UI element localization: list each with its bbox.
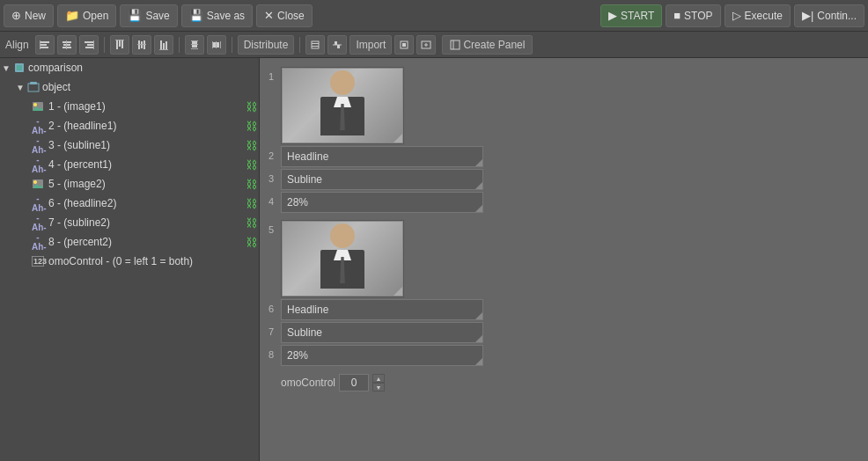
distribute-label: Distribute xyxy=(244,39,289,51)
tree-item-omocontrol[interactable]: 123 omoControl - (0 = left 1 = both) xyxy=(0,252,259,271)
omo-control: omoControl ▲ ▼ xyxy=(281,371,385,394)
import-extra-btn2[interactable] xyxy=(416,35,436,55)
new-button[interactable]: ⊕ New xyxy=(4,4,54,27)
diagonal-corner-2 xyxy=(394,287,402,296)
tree-item-subline1[interactable]: -Ah- 3 - (subline1) ⛓ xyxy=(0,135,259,155)
tree-icon-object xyxy=(27,81,40,93)
canvas-row-1: 1 xyxy=(268,67,859,144)
svg-rect-31 xyxy=(220,41,221,48)
align-bottom-button[interactable] xyxy=(154,35,173,55)
omo-row-spacer xyxy=(268,370,281,374)
text-corner-2 xyxy=(475,159,482,166)
continue-button[interactable]: ▶| Contin... xyxy=(794,4,864,27)
svg-rect-26 xyxy=(191,48,198,49)
canvas-text-value-3: Subline xyxy=(287,173,322,186)
chain-icon-1: ⛓ xyxy=(246,100,257,113)
align-middle-button[interactable] xyxy=(132,35,151,55)
align-separator-1 xyxy=(104,37,105,53)
tree-arrow-object: ▼ xyxy=(16,83,25,92)
svg-rect-32 xyxy=(213,42,216,48)
tree-item-headline1[interactable]: -Ah- 2 - (headline1) ⛓ xyxy=(0,116,259,135)
svg-rect-2 xyxy=(40,47,48,48)
save-button[interactable]: 💾 Save xyxy=(120,4,177,27)
svg-rect-23 xyxy=(159,49,168,50)
canvas-text-8[interactable]: 28% xyxy=(281,345,483,366)
tree-label-object: object xyxy=(42,81,259,93)
canvas-text-2[interactable]: Headline xyxy=(281,146,483,167)
extra-icon-2 xyxy=(332,40,342,50)
execute-label: Execute xyxy=(745,10,783,22)
new-label: New xyxy=(25,10,46,22)
tree-label-subline2: 7 - (subline2) xyxy=(48,216,243,229)
svg-point-52 xyxy=(33,103,37,106)
open-label: Open xyxy=(83,10,108,22)
new-icon: ⊕ xyxy=(11,9,21,22)
tree-text-icon-2: -Ah- xyxy=(32,116,44,135)
execute-button[interactable]: ▷ Execute xyxy=(725,4,791,27)
svg-rect-36 xyxy=(312,41,319,48)
tree-image-icon-1 xyxy=(32,100,44,113)
saveas-button[interactable]: 💾 Save as xyxy=(181,4,253,27)
tree-item-image1[interactable]: 1 - (image1) ⛓ xyxy=(0,97,259,116)
text-corner-4 xyxy=(475,205,482,212)
chain-icon-3: ⛓ xyxy=(246,139,257,152)
omo-arrow-up[interactable]: ▲ xyxy=(372,374,385,383)
canvas-text-3[interactable]: Subline xyxy=(281,169,483,190)
canvas-row-5: 5 xyxy=(268,220,859,297)
align-center-button[interactable] xyxy=(57,35,77,55)
canvas-text-6[interactable]: Headline xyxy=(281,299,483,320)
align-top-button[interactable] xyxy=(110,35,129,55)
extra-btn-2[interactable] xyxy=(327,35,347,55)
import-button[interactable]: Import xyxy=(349,35,392,55)
tree-label-image2: 5 - (image2) xyxy=(48,178,243,190)
svg-rect-0 xyxy=(40,41,49,43)
tree-root[interactable]: ▼ comparison xyxy=(0,58,259,77)
tree-item-image2[interactable]: 5 - (image2) ⛓ xyxy=(0,174,259,194)
stop-button[interactable]: ■ STOP xyxy=(666,4,720,27)
start-label: START xyxy=(621,10,654,22)
tree-item-percent1[interactable]: -Ah- 4 - (percent1) ⛓ xyxy=(0,155,259,174)
import-extra-btn[interactable] xyxy=(394,35,414,55)
tree-item-headline2[interactable]: -Ah- 6 - (headline2) ⛓ xyxy=(0,194,259,213)
omo-arrow-down[interactable]: ▼ xyxy=(372,383,385,391)
canvas-row-6: 6 Headline xyxy=(268,299,859,320)
tree-text-icon-3: -Ah- xyxy=(32,135,44,155)
align-right-button[interactable] xyxy=(79,35,99,55)
row-num-8: 8 xyxy=(268,345,281,360)
start-button[interactable]: ▶ START xyxy=(600,4,662,27)
tree-label-headline2: 6 - (headline2) xyxy=(48,197,243,209)
svg-rect-9 xyxy=(87,44,93,46)
canvas-text-4[interactable]: 28% xyxy=(281,192,483,213)
canvas-text-value-8: 28% xyxy=(287,349,308,362)
distribute-v-button[interactable] xyxy=(185,35,204,55)
person-tie-2 xyxy=(339,257,346,283)
omo-input[interactable] xyxy=(339,374,369,391)
image-placeholder-1 xyxy=(283,69,402,143)
svg-rect-1 xyxy=(40,44,47,46)
extra-btn-1[interactable] xyxy=(305,35,325,55)
extra-icon-1 xyxy=(310,40,320,50)
distribute-button[interactable]: Distribute xyxy=(238,35,295,55)
chain-icon-4: ⛓ xyxy=(246,158,257,172)
tree-item-percent2[interactable]: -Ah- 8 - (percent2) ⛓ xyxy=(0,232,259,252)
tree-object[interactable]: ▼ object xyxy=(0,77,259,97)
distribute-h-button[interactable] xyxy=(207,35,226,55)
svg-rect-41 xyxy=(402,43,406,47)
tree-num-icon-9: 123 xyxy=(32,256,44,267)
row-num-3: 3 xyxy=(268,169,281,184)
canvas-text-value-6: Headline xyxy=(287,304,328,316)
create-panel-button[interactable]: Create Panel xyxy=(442,35,533,55)
canvas-row-2: 2 Headline xyxy=(268,146,859,167)
svg-rect-33 xyxy=(217,42,219,48)
person-body-2 xyxy=(320,250,364,289)
canvas-text-value-2: Headline xyxy=(287,150,328,163)
svg-rect-7 xyxy=(66,40,67,49)
canvas-area[interactable]: 1 2 xyxy=(260,58,868,461)
close-button[interactable]: ✕ Close xyxy=(256,4,313,27)
align-left-button[interactable] xyxy=(35,35,55,55)
tree-item-subline2[interactable]: -Ah- 7 - (subline2) ⛓ xyxy=(0,213,259,232)
open-button[interactable]: 📁 Open xyxy=(57,4,116,27)
align-separator-2 xyxy=(179,37,180,53)
align-separator-3 xyxy=(232,37,232,53)
canvas-text-7[interactable]: Subline xyxy=(281,322,483,343)
